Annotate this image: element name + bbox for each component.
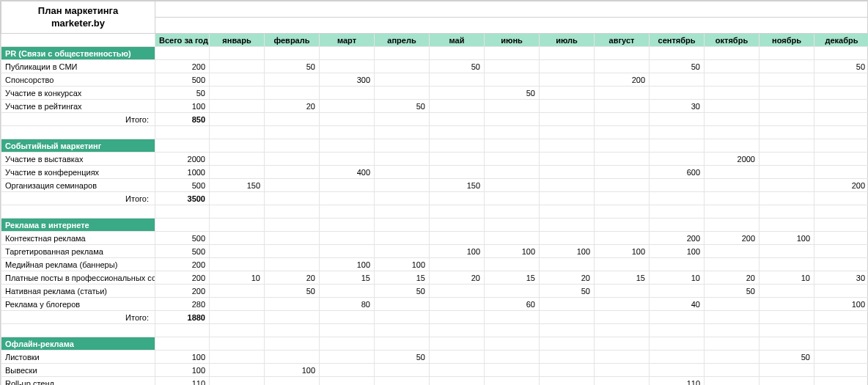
month-cell[interactable]: [540, 60, 595, 73]
month-cell[interactable]: 30: [814, 271, 869, 285]
cell[interactable]: [375, 139, 430, 153]
cell[interactable]: [210, 311, 265, 324]
cell[interactable]: [485, 219, 540, 232]
cell[interactable]: [210, 324, 265, 337]
month-cell[interactable]: [760, 258, 814, 271]
month-cell[interactable]: 20: [265, 271, 320, 285]
cell[interactable]: [265, 311, 320, 324]
month-cell[interactable]: [430, 364, 485, 377]
cell[interactable]: [375, 47, 430, 60]
month-cell[interactable]: 100: [595, 245, 650, 258]
month-cell[interactable]: 100: [485, 245, 540, 258]
month-cell[interactable]: [705, 100, 760, 113]
month-cell[interactable]: [595, 179, 650, 192]
month-cell[interactable]: [485, 100, 540, 113]
cell[interactable]: [705, 113, 760, 126]
cell[interactable]: [1, 205, 155, 219]
cell[interactable]: [320, 192, 375, 205]
cell[interactable]: [814, 47, 869, 60]
month-cell[interactable]: [320, 60, 375, 73]
month-cell[interactable]: [760, 377, 814, 386]
cell[interactable]: [814, 192, 869, 205]
month-cell[interactable]: [375, 60, 430, 73]
month-cell[interactable]: [210, 364, 265, 377]
month-cell[interactable]: [430, 166, 485, 179]
year-total-cell[interactable]: 500: [155, 73, 210, 87]
month-cell[interactable]: [485, 285, 540, 298]
month-cell[interactable]: 60: [485, 298, 540, 311]
month-cell[interactable]: [540, 232, 595, 245]
cell[interactable]: [430, 192, 485, 205]
cell[interactable]: [210, 205, 265, 219]
month-cell[interactable]: [320, 153, 375, 166]
month-cell[interactable]: [430, 100, 485, 113]
cell[interactable]: [485, 192, 540, 205]
cell[interactable]: [210, 47, 265, 60]
month-cell[interactable]: [814, 100, 869, 113]
year-total-cell[interactable]: 500: [155, 245, 210, 258]
month-cell[interactable]: [650, 285, 705, 298]
month-cell[interactable]: [320, 179, 375, 192]
month-cell[interactable]: [814, 73, 869, 87]
cell[interactable]: [155, 337, 210, 351]
month-cell[interactable]: [485, 377, 540, 386]
month-cell[interactable]: [705, 179, 760, 192]
cell[interactable]: [375, 113, 430, 126]
month-cell[interactable]: [210, 73, 265, 87]
month-cell[interactable]: [430, 285, 485, 298]
month-cell[interactable]: [540, 364, 595, 377]
cell[interactable]: [320, 324, 375, 337]
cell[interactable]: [814, 113, 869, 126]
month-cell[interactable]: [210, 258, 265, 271]
month-cell[interactable]: 15: [485, 271, 540, 285]
month-cell[interactable]: 50: [814, 60, 869, 73]
cell[interactable]: [430, 113, 485, 126]
cell[interactable]: [430, 126, 485, 139]
section-total-value[interactable]: 850: [155, 113, 210, 126]
cell[interactable]: [595, 126, 650, 139]
month-cell[interactable]: [540, 258, 595, 271]
month-cell[interactable]: [814, 351, 869, 364]
cell[interactable]: [430, 337, 485, 351]
month-cell[interactable]: [760, 285, 814, 298]
cell[interactable]: [595, 139, 650, 153]
month-cell[interactable]: [595, 87, 650, 100]
month-cell[interactable]: [430, 232, 485, 245]
cell[interactable]: [375, 192, 430, 205]
month-cell[interactable]: 10: [210, 271, 265, 285]
cell[interactable]: [540, 311, 595, 324]
cell[interactable]: [705, 47, 760, 60]
cell[interactable]: [814, 126, 869, 139]
cell[interactable]: [760, 205, 814, 219]
cell[interactable]: [760, 47, 814, 60]
month-cell[interactable]: [375, 179, 430, 192]
cell[interactable]: [320, 311, 375, 324]
cell[interactable]: [760, 337, 814, 351]
month-cell[interactable]: [210, 87, 265, 100]
cell[interactable]: [760, 113, 814, 126]
month-cell[interactable]: [814, 166, 869, 179]
cell[interactable]: [485, 126, 540, 139]
cell[interactable]: [430, 139, 485, 153]
year-total-cell[interactable]: 500: [155, 232, 210, 245]
month-cell[interactable]: [265, 73, 320, 87]
month-cell[interactable]: [650, 258, 705, 271]
cell[interactable]: [650, 205, 705, 219]
month-cell[interactable]: [705, 87, 760, 100]
month-cell[interactable]: 20: [540, 271, 595, 285]
month-cell[interactable]: [320, 232, 375, 245]
cell[interactable]: [265, 205, 320, 219]
cell[interactable]: [155, 47, 210, 60]
month-cell[interactable]: [265, 298, 320, 311]
cell[interactable]: [210, 192, 265, 205]
cell[interactable]: [814, 324, 869, 337]
cell[interactable]: [650, 139, 705, 153]
month-cell[interactable]: [265, 377, 320, 386]
cell[interactable]: [210, 337, 265, 351]
year-total-cell[interactable]: 200: [155, 285, 210, 298]
month-cell[interactable]: 150: [210, 179, 265, 192]
cell[interactable]: [705, 126, 760, 139]
month-cell[interactable]: 10: [650, 271, 705, 285]
cell[interactable]: [265, 219, 320, 232]
month-cell[interactable]: [705, 364, 760, 377]
